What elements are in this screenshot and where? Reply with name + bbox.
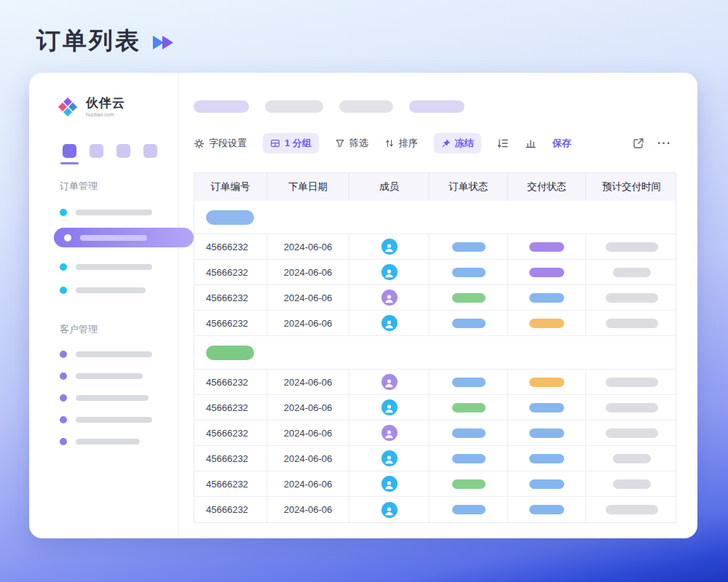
- cell-member[interactable]: [349, 260, 430, 284]
- filter-button[interactable]: 筛选: [335, 137, 368, 150]
- cell-order-date[interactable]: 2024-06-06: [267, 311, 349, 335]
- cell-order-no[interactable]: 45666232: [194, 471, 267, 496]
- cell-order-status[interactable]: [430, 311, 508, 335]
- cell-delivery-status[interactable]: [508, 446, 586, 471]
- cell-member[interactable]: [349, 234, 430, 259]
- save-button[interactable]: 保存: [553, 137, 571, 150]
- table-row[interactable]: 45666232 2024-06-06: [194, 260, 676, 285]
- cell-delivery-status[interactable]: [508, 370, 586, 394]
- cell-order-status[interactable]: [430, 395, 508, 420]
- cell-order-date[interactable]: 2024-06-06: [267, 285, 349, 310]
- group-button[interactable]: 1 分组: [263, 133, 319, 154]
- table-row[interactable]: 45666232 2024-06-06: [194, 497, 676, 522]
- cell-order-no[interactable]: 45666232: [194, 260, 267, 284]
- column-header[interactable]: 成员: [349, 173, 430, 201]
- cell-member[interactable]: [349, 497, 430, 522]
- cell-delivery-status[interactable]: [508, 497, 586, 522]
- cell-order-no[interactable]: 45666232: [194, 285, 267, 310]
- table-row[interactable]: 45666232 2024-06-06: [194, 370, 676, 395]
- cell-member[interactable]: [349, 311, 430, 335]
- workspace-tab[interactable]: [143, 144, 157, 158]
- column-header[interactable]: 订单编号: [194, 173, 267, 201]
- cell-eta[interactable]: [586, 260, 677, 284]
- sidebar-item[interactable]: [60, 394, 178, 402]
- share-edit-icon[interactable]: [633, 137, 644, 149]
- cell-eta[interactable]: [586, 285, 677, 310]
- cell-eta[interactable]: [586, 471, 677, 496]
- cell-member[interactable]: [349, 370, 430, 394]
- cell-order-status[interactable]: [430, 234, 508, 259]
- cell-order-date[interactable]: 2024-06-06: [267, 471, 349, 496]
- cell-order-status[interactable]: [430, 260, 508, 284]
- table-row[interactable]: 45666232 2024-06-06: [194, 285, 676, 311]
- sidebar-item[interactable]: [60, 372, 178, 380]
- sort-button[interactable]: 排序: [384, 137, 418, 150]
- field-settings-button[interactable]: 字段设置: [194, 137, 247, 150]
- cell-order-status[interactable]: [430, 370, 508, 394]
- table-row[interactable]: 45666232 2024-06-06: [194, 446, 676, 471]
- column-header[interactable]: 订单状态: [430, 173, 508, 201]
- cell-delivery-status[interactable]: [508, 285, 586, 310]
- cell-order-date[interactable]: 2024-06-06: [267, 234, 349, 259]
- column-header[interactable]: 交付状态: [508, 173, 586, 201]
- cell-delivery-status[interactable]: [508, 260, 586, 284]
- cell-eta[interactable]: [586, 446, 677, 471]
- brand-logo[interactable]: 伙伴云 huoban.com: [57, 96, 178, 118]
- cell-member[interactable]: [349, 471, 430, 496]
- sidebar-item[interactable]: [60, 209, 178, 216]
- cell-order-no[interactable]: 45666232: [194, 420, 267, 445]
- cell-order-status[interactable]: [430, 420, 508, 445]
- cell-order-status[interactable]: [430, 446, 508, 471]
- cell-member[interactable]: [349, 285, 430, 310]
- cell-order-no[interactable]: 45666232: [194, 234, 267, 259]
- cell-delivery-status[interactable]: [508, 311, 586, 335]
- cell-order-date[interactable]: 2024-06-06: [267, 497, 349, 522]
- cell-delivery-status[interactable]: [508, 234, 586, 259]
- workspace-tab[interactable]: [116, 144, 130, 158]
- sidebar-item[interactable]: [60, 287, 178, 294]
- cell-order-date[interactable]: 2024-06-06: [267, 370, 349, 394]
- cell-delivery-status[interactable]: [508, 420, 586, 445]
- cell-order-date[interactable]: 2024-06-06: [267, 260, 349, 284]
- cell-order-date[interactable]: 2024-06-06: [267, 420, 349, 445]
- cell-eta[interactable]: [586, 497, 677, 522]
- cell-delivery-status[interactable]: [508, 395, 586, 420]
- freeze-button[interactable]: 冻结: [434, 133, 481, 154]
- cell-eta[interactable]: [586, 370, 677, 394]
- cell-order-no[interactable]: 45666232: [194, 370, 267, 394]
- cell-eta[interactable]: [586, 420, 677, 445]
- group-header-row[interactable]: [194, 201, 676, 234]
- sidebar-item[interactable]: [60, 438, 178, 445]
- sidebar-item[interactable]: [60, 416, 178, 423]
- cell-order-no[interactable]: 45666232: [194, 311, 267, 335]
- workspace-tab-active[interactable]: [63, 144, 76, 158]
- more-button[interactable]: ···: [657, 137, 671, 150]
- column-header[interactable]: 下单日期: [267, 173, 349, 201]
- cell-delivery-status[interactable]: [508, 471, 586, 496]
- chart-icon[interactable]: [525, 137, 537, 149]
- table-row[interactable]: 45666232 2024-06-06: [194, 311, 676, 336]
- cell-order-status[interactable]: [430, 285, 508, 310]
- column-header[interactable]: 预计交付时间: [586, 173, 677, 201]
- group-header-row[interactable]: [194, 336, 676, 370]
- cell-member[interactable]: [349, 420, 430, 445]
- cell-order-status[interactable]: [430, 471, 508, 496]
- cell-order-date[interactable]: 2024-06-06: [267, 395, 349, 420]
- sidebar-item-active[interactable]: [54, 228, 194, 247]
- sidebar-item[interactable]: [60, 351, 178, 358]
- cell-eta[interactable]: [586, 395, 677, 420]
- table-row[interactable]: 45666232 2024-06-06: [194, 420, 676, 446]
- table-row[interactable]: 45666232 2024-06-06: [194, 395, 676, 420]
- cell-order-status[interactable]: [430, 497, 508, 522]
- cell-order-no[interactable]: 45666232: [194, 446, 267, 471]
- cell-member[interactable]: [349, 395, 430, 420]
- cell-order-no[interactable]: 45666232: [194, 395, 267, 420]
- cell-eta[interactable]: [586, 234, 677, 259]
- cell-order-date[interactable]: 2024-06-06: [267, 446, 349, 471]
- sidebar-item[interactable]: [60, 263, 178, 271]
- row-height-icon[interactable]: [497, 137, 509, 149]
- cell-eta[interactable]: [586, 311, 677, 335]
- workspace-tab[interactable]: [90, 144, 103, 158]
- table-row[interactable]: 45666232 2024-06-06: [194, 234, 676, 260]
- cell-member[interactable]: [349, 446, 430, 471]
